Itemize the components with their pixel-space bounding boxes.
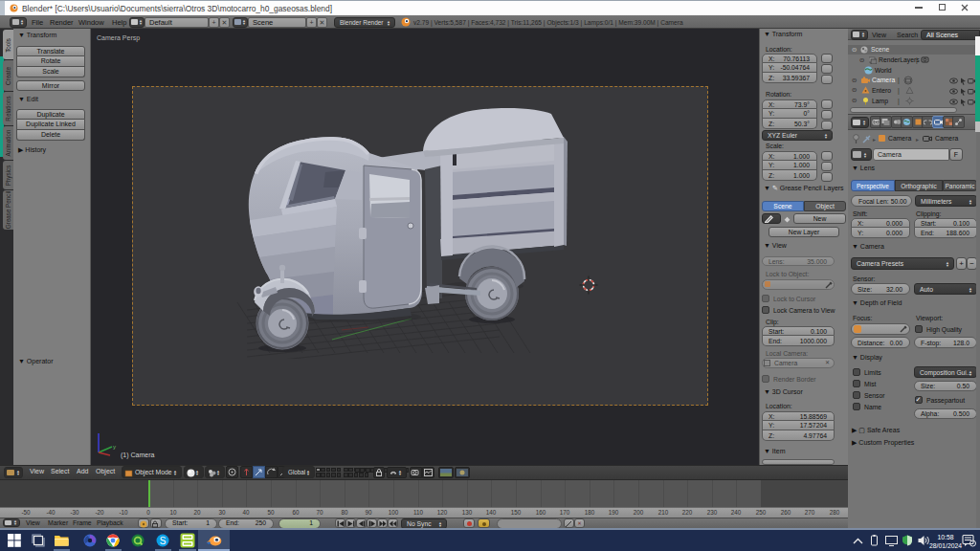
svg-text:S: S (160, 536, 167, 546)
svg-text:y: y (113, 444, 116, 450)
